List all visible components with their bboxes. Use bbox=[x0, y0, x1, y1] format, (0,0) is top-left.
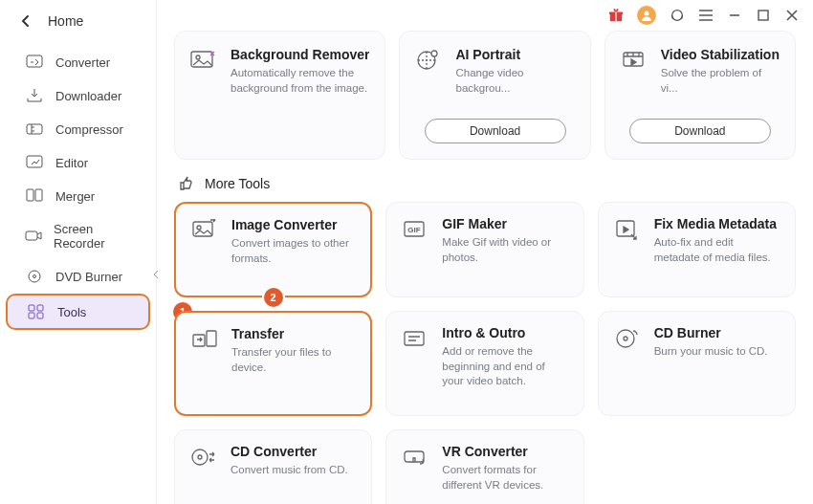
download-button[interactable]: Download bbox=[629, 119, 771, 143]
sidebar-list: Converter Downloader Compressor Editor M… bbox=[0, 46, 156, 330]
converter-icon bbox=[25, 55, 44, 70]
card-fix-media-metadata[interactable]: Fix Media Metadata Auto-fix and edit met… bbox=[598, 202, 796, 297]
card-subtitle: Add or remove the beginning and end of y… bbox=[442, 344, 567, 389]
card-title: CD Burner bbox=[654, 325, 768, 340]
image-converter-icon bbox=[191, 217, 218, 244]
sidebar: Home Converter Downloader Compressor Edi… bbox=[0, 0, 157, 504]
svg-point-19 bbox=[196, 55, 200, 59]
sidebar-item-label: Compressor bbox=[55, 122, 123, 137]
sidebar-item-merger[interactable]: Merger bbox=[6, 180, 150, 212]
card-subtitle: Auto-fix and edit metadate of media file… bbox=[654, 235, 780, 265]
annotation-step-2: 2 bbox=[264, 288, 283, 307]
titlebar bbox=[157, 0, 813, 31]
sidebar-item-tools-highlight: Tools 1 bbox=[6, 294, 150, 330]
svg-rect-35 bbox=[405, 451, 424, 462]
close-button[interactable] bbox=[784, 8, 800, 23]
card-transfer[interactable]: Transfer Transfer your files to device. bbox=[174, 311, 372, 416]
transfer-icon bbox=[191, 326, 218, 353]
card-subtitle: Change video backgrou... bbox=[455, 66, 574, 96]
card-intro-outro[interactable]: Intro & Outro Add or remove the beginnin… bbox=[385, 311, 583, 416]
fix-metadata-icon bbox=[614, 216, 641, 243]
more-tools-header: More Tools bbox=[174, 160, 796, 202]
collapse-sidebar-icon[interactable] bbox=[149, 268, 163, 281]
card-subtitle: Burn your music to CD. bbox=[654, 344, 768, 360]
main-area: Background Remover Automatically remove … bbox=[157, 0, 813, 504]
gift-icon[interactable] bbox=[608, 8, 624, 23]
sidebar-item-label: Converter bbox=[55, 55, 110, 70]
svg-rect-17 bbox=[758, 11, 768, 20]
card-title: VR Converter bbox=[442, 444, 567, 459]
more-tools-label: More Tools bbox=[205, 176, 270, 191]
background-remover-icon bbox=[190, 47, 217, 74]
sidebar-item-compressor[interactable]: Compressor bbox=[6, 113, 150, 145]
sidebar-item-label: Downloader bbox=[55, 89, 121, 103]
avatar[interactable] bbox=[637, 6, 656, 25]
card-ai-portrait[interactable]: AI Portrait Change video backgrou... Dow… bbox=[399, 31, 590, 160]
cd-converter-icon bbox=[190, 444, 217, 471]
sidebar-item-label: Screen Recorder bbox=[54, 222, 137, 251]
svg-rect-11 bbox=[37, 313, 43, 318]
card-background-remover[interactable]: Background Remover Automatically remove … bbox=[174, 31, 385, 160]
svg-rect-28 bbox=[193, 335, 205, 346]
download-button[interactable]: Download bbox=[425, 119, 566, 143]
cd-burner-icon bbox=[614, 325, 641, 352]
minimize-button[interactable] bbox=[727, 8, 742, 23]
sidebar-item-dvd-burner[interactable]: DVD Burner bbox=[6, 260, 150, 293]
home-label[interactable]: Home bbox=[48, 13, 83, 29]
card-title: GIF Maker bbox=[442, 216, 567, 231]
svg-point-21 bbox=[431, 51, 437, 56]
card-title: CD Converter bbox=[231, 444, 348, 459]
sidebar-item-screen-recorder[interactable]: Screen Recorder bbox=[6, 213, 150, 259]
svg-rect-1 bbox=[27, 124, 42, 134]
svg-rect-29 bbox=[207, 331, 216, 346]
svg-point-15 bbox=[645, 11, 649, 16]
dvd-burner-icon bbox=[25, 269, 44, 284]
svg-rect-5 bbox=[26, 231, 37, 240]
svg-text:GIF: GIF bbox=[408, 226, 421, 234]
compressor-icon bbox=[25, 121, 44, 137]
intro-outro-icon bbox=[402, 325, 428, 352]
sidebar-item-label: DVD Burner bbox=[55, 270, 122, 284]
card-vr-converter[interactable]: VR Converter Convert formats for differe… bbox=[385, 429, 583, 504]
card-image-converter[interactable]: Image Converter Convert images to other … bbox=[174, 202, 372, 297]
card-title: Background Remover bbox=[231, 47, 369, 62]
card-subtitle: Solve the problem of vi... bbox=[661, 66, 780, 96]
gif-maker-icon: GIF bbox=[402, 216, 428, 243]
card-cd-burner[interactable]: CD Burner Burn your music to CD. bbox=[598, 311, 796, 416]
svg-point-32 bbox=[624, 337, 627, 340]
ai-portrait-icon bbox=[415, 47, 442, 74]
svg-rect-30 bbox=[405, 332, 424, 345]
sidebar-item-tools[interactable]: Tools bbox=[6, 294, 150, 330]
card-title: Intro & Outro bbox=[442, 325, 567, 340]
sidebar-item-label: Merger bbox=[55, 189, 95, 204]
merger-icon bbox=[25, 188, 44, 204]
sidebar-item-editor[interactable]: Editor bbox=[6, 146, 150, 179]
video-stabilization-icon bbox=[621, 47, 648, 74]
card-subtitle: Convert images to other formats. bbox=[231, 236, 355, 266]
card-subtitle: Transfer your files to device. bbox=[231, 345, 355, 375]
sidebar-item-label: Tools bbox=[57, 305, 86, 319]
thumbs-up-icon bbox=[178, 175, 195, 192]
svg-point-24 bbox=[197, 226, 201, 230]
card-cd-converter[interactable]: CD Converter Convert music from CD. bbox=[174, 429, 372, 504]
card-subtitle: Convert music from CD. bbox=[231, 463, 348, 478]
svg-rect-10 bbox=[29, 313, 34, 318]
card-video-stabilization[interactable]: Video Stabilization Solve the problem of… bbox=[604, 31, 796, 160]
svg-rect-0 bbox=[27, 55, 42, 67]
card-subtitle: Make Gif with video or photos. bbox=[442, 235, 567, 265]
sidebar-item-converter[interactable]: Converter bbox=[6, 46, 150, 78]
card-gif-maker[interactable]: GIF GIF Maker Make Gif with video or pho… bbox=[385, 202, 583, 297]
card-title: Image Converter bbox=[231, 217, 355, 232]
svg-rect-3 bbox=[27, 189, 33, 201]
back-icon[interactable] bbox=[21, 14, 31, 28]
menu-icon[interactable] bbox=[698, 8, 714, 23]
card-title: Transfer bbox=[231, 326, 355, 341]
svg-point-31 bbox=[617, 330, 634, 347]
support-icon[interactable] bbox=[670, 8, 685, 23]
svg-point-34 bbox=[198, 455, 202, 459]
vr-converter-icon bbox=[402, 444, 428, 471]
maximize-button[interactable] bbox=[756, 8, 771, 23]
sidebar-item-downloader[interactable]: Downloader bbox=[6, 79, 150, 112]
sidebar-item-label: Editor bbox=[55, 156, 88, 170]
card-subtitle: Convert formats for different VR devices… bbox=[442, 463, 567, 493]
